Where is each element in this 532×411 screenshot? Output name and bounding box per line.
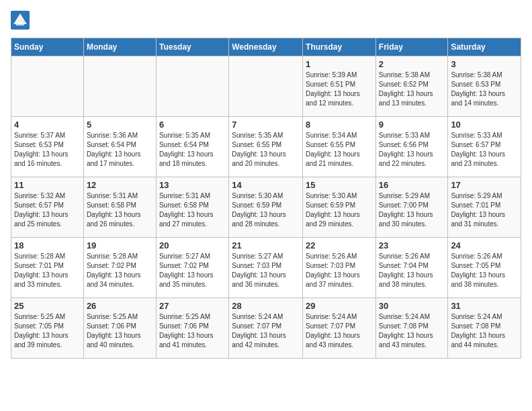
day-cell: 19Sunrise: 5:28 AM Sunset: 7:02 PM Dayli… xyxy=(83,238,156,298)
day-number: 15 xyxy=(306,180,373,190)
day-cell: 23Sunrise: 5:26 AM Sunset: 7:04 PM Dayli… xyxy=(375,238,448,298)
header-cell-monday: Monday xyxy=(83,38,156,56)
day-info: Sunrise: 5:28 AM Sunset: 7:02 PM Dayligh… xyxy=(87,252,153,289)
day-number: 17 xyxy=(451,180,518,190)
day-info: Sunrise: 5:27 AM Sunset: 7:02 PM Dayligh… xyxy=(159,252,226,289)
day-cell: 16Sunrise: 5:29 AM Sunset: 7:00 PM Dayli… xyxy=(375,177,448,238)
day-number: 8 xyxy=(306,120,373,130)
day-cell: 8Sunrise: 5:34 AM Sunset: 6:55 PM Daylig… xyxy=(303,117,376,177)
day-cell: 18Sunrise: 5:28 AM Sunset: 7:01 PM Dayli… xyxy=(11,238,84,298)
calendar-table: SundayMondayTuesdayWednesdayThursdayFrid… xyxy=(11,38,521,359)
day-info: Sunrise: 5:25 AM Sunset: 7:06 PM Dayligh… xyxy=(87,312,153,350)
day-cell: 2Sunrise: 5:38 AM Sunset: 6:52 PM Daylig… xyxy=(375,56,448,117)
header-cell-saturday: Saturday xyxy=(448,38,521,56)
day-info: Sunrise: 5:33 AM Sunset: 6:57 PM Dayligh… xyxy=(451,131,518,169)
logo xyxy=(11,11,32,30)
day-number: 7 xyxy=(232,120,300,130)
header-cell-sunday: Sunday xyxy=(11,38,84,56)
calendar-body: 1Sunrise: 5:39 AM Sunset: 6:51 PM Daylig… xyxy=(11,56,521,359)
day-cell: 30Sunrise: 5:24 AM Sunset: 7:08 PM Dayli… xyxy=(375,298,448,359)
day-number: 9 xyxy=(379,120,445,130)
day-cell: 4Sunrise: 5:37 AM Sunset: 6:53 PM Daylig… xyxy=(11,117,84,177)
day-cell xyxy=(229,56,303,117)
day-info: Sunrise: 5:24 AM Sunset: 7:07 PM Dayligh… xyxy=(232,312,300,350)
week-row-2: 4Sunrise: 5:37 AM Sunset: 6:53 PM Daylig… xyxy=(11,117,521,177)
day-info: Sunrise: 5:32 AM Sunset: 6:57 PM Dayligh… xyxy=(14,191,81,229)
day-number: 3 xyxy=(451,59,518,69)
day-info: Sunrise: 5:37 AM Sunset: 6:53 PM Dayligh… xyxy=(14,131,81,169)
day-info: Sunrise: 5:38 AM Sunset: 6:52 PM Dayligh… xyxy=(379,71,445,108)
day-cell: 5Sunrise: 5:36 AM Sunset: 6:54 PM Daylig… xyxy=(83,117,156,177)
day-cell: 24Sunrise: 5:26 AM Sunset: 7:05 PM Dayli… xyxy=(448,238,521,298)
day-cell: 17Sunrise: 5:29 AM Sunset: 7:01 PM Dayli… xyxy=(448,177,521,238)
day-number: 16 xyxy=(379,180,445,190)
day-number: 24 xyxy=(451,240,518,250)
day-number: 11 xyxy=(14,180,81,190)
day-info: Sunrise: 5:24 AM Sunset: 7:07 PM Dayligh… xyxy=(306,312,373,350)
day-cell xyxy=(11,56,84,117)
day-info: Sunrise: 5:36 AM Sunset: 6:54 PM Dayligh… xyxy=(87,131,153,169)
day-info: Sunrise: 5:24 AM Sunset: 7:08 PM Dayligh… xyxy=(451,312,518,350)
header-cell-friday: Friday xyxy=(375,38,448,56)
week-row-5: 25Sunrise: 5:25 AM Sunset: 7:05 PM Dayli… xyxy=(11,298,521,359)
svg-rect-2 xyxy=(16,23,24,26)
day-number: 5 xyxy=(87,120,153,130)
day-info: Sunrise: 5:26 AM Sunset: 7:04 PM Dayligh… xyxy=(379,252,445,289)
page-header xyxy=(11,11,521,30)
week-row-3: 11Sunrise: 5:32 AM Sunset: 6:57 PM Dayli… xyxy=(11,177,521,238)
day-info: Sunrise: 5:28 AM Sunset: 7:01 PM Dayligh… xyxy=(14,252,81,289)
header-cell-wednesday: Wednesday xyxy=(229,38,303,56)
day-number: 12 xyxy=(87,180,153,190)
day-info: Sunrise: 5:26 AM Sunset: 7:05 PM Dayligh… xyxy=(451,252,518,289)
day-info: Sunrise: 5:30 AM Sunset: 6:59 PM Dayligh… xyxy=(306,191,373,229)
header-cell-tuesday: Tuesday xyxy=(156,38,228,56)
header-row: SundayMondayTuesdayWednesdayThursdayFrid… xyxy=(11,38,521,56)
day-cell: 22Sunrise: 5:26 AM Sunset: 7:03 PM Dayli… xyxy=(303,238,376,298)
day-cell xyxy=(83,56,156,117)
day-info: Sunrise: 5:35 AM Sunset: 6:55 PM Dayligh… xyxy=(232,131,300,169)
day-number: 20 xyxy=(159,240,226,250)
day-cell: 13Sunrise: 5:31 AM Sunset: 6:58 PM Dayli… xyxy=(156,177,228,238)
day-cell: 14Sunrise: 5:30 AM Sunset: 6:59 PM Dayli… xyxy=(229,177,303,238)
day-info: Sunrise: 5:33 AM Sunset: 6:56 PM Dayligh… xyxy=(379,131,445,169)
day-info: Sunrise: 5:38 AM Sunset: 6:53 PM Dayligh… xyxy=(451,71,518,108)
day-info: Sunrise: 5:25 AM Sunset: 7:05 PM Dayligh… xyxy=(14,312,81,350)
day-cell: 3Sunrise: 5:38 AM Sunset: 6:53 PM Daylig… xyxy=(448,56,521,117)
day-number: 18 xyxy=(14,240,81,250)
week-row-1: 1Sunrise: 5:39 AM Sunset: 6:51 PM Daylig… xyxy=(11,56,521,117)
day-info: Sunrise: 5:39 AM Sunset: 6:51 PM Dayligh… xyxy=(306,71,373,108)
day-info: Sunrise: 5:27 AM Sunset: 7:03 PM Dayligh… xyxy=(232,252,300,289)
day-number: 23 xyxy=(379,240,445,250)
day-cell: 9Sunrise: 5:33 AM Sunset: 6:56 PM Daylig… xyxy=(375,117,448,177)
day-number: 28 xyxy=(232,301,300,311)
day-cell: 31Sunrise: 5:24 AM Sunset: 7:08 PM Dayli… xyxy=(448,298,521,359)
day-cell: 12Sunrise: 5:31 AM Sunset: 6:58 PM Dayli… xyxy=(83,177,156,238)
day-cell: 21Sunrise: 5:27 AM Sunset: 7:03 PM Dayli… xyxy=(229,238,303,298)
day-cell: 10Sunrise: 5:33 AM Sunset: 6:57 PM Dayli… xyxy=(448,117,521,177)
day-number: 19 xyxy=(87,240,153,250)
day-info: Sunrise: 5:24 AM Sunset: 7:08 PM Dayligh… xyxy=(379,312,445,350)
day-info: Sunrise: 5:29 AM Sunset: 7:01 PM Dayligh… xyxy=(451,191,518,229)
day-info: Sunrise: 5:31 AM Sunset: 6:58 PM Dayligh… xyxy=(87,191,153,229)
day-number: 13 xyxy=(159,180,226,190)
header-cell-thursday: Thursday xyxy=(303,38,376,56)
day-info: Sunrise: 5:34 AM Sunset: 6:55 PM Dayligh… xyxy=(306,131,373,169)
day-cell: 25Sunrise: 5:25 AM Sunset: 7:05 PM Dayli… xyxy=(11,298,84,359)
day-info: Sunrise: 5:30 AM Sunset: 6:59 PM Dayligh… xyxy=(232,191,300,229)
day-number: 30 xyxy=(379,301,445,311)
day-cell xyxy=(156,56,228,117)
day-number: 29 xyxy=(306,301,373,311)
day-number: 10 xyxy=(451,120,518,130)
day-number: 6 xyxy=(159,120,226,130)
day-cell: 28Sunrise: 5:24 AM Sunset: 7:07 PM Dayli… xyxy=(229,298,303,359)
day-cell: 27Sunrise: 5:25 AM Sunset: 7:06 PM Dayli… xyxy=(156,298,228,359)
logo-icon xyxy=(11,11,30,30)
day-number: 14 xyxy=(232,180,300,190)
day-number: 25 xyxy=(14,301,81,311)
day-info: Sunrise: 5:29 AM Sunset: 7:00 PM Dayligh… xyxy=(379,191,445,229)
day-number: 27 xyxy=(159,301,226,311)
day-info: Sunrise: 5:25 AM Sunset: 7:06 PM Dayligh… xyxy=(159,312,226,350)
day-info: Sunrise: 5:35 AM Sunset: 6:54 PM Dayligh… xyxy=(159,131,226,169)
day-number: 21 xyxy=(232,240,300,250)
day-number: 1 xyxy=(306,59,373,69)
